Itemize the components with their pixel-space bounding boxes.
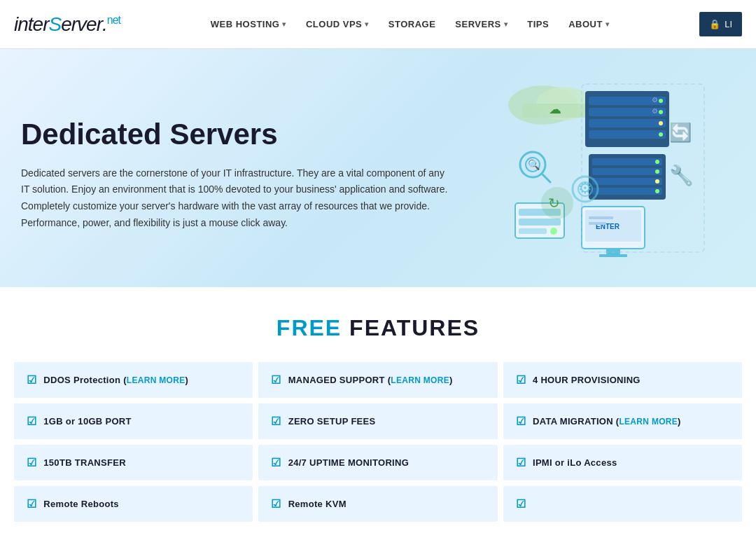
svg-rect-40 [519, 219, 561, 226]
nav-link-servers[interactable]: SERVERS ▾ [448, 13, 514, 35]
nav-link-cloudvps[interactable]: CLOUD VPS ▾ [299, 13, 376, 35]
nav-menu: WEB HOSTING ▾ CLOUD VPS ▾ STORAGE SERVER… [204, 13, 617, 35]
chevron-down-icon: ▾ [606, 20, 610, 28]
feature-remote-kvm-text: Remote KVM [288, 499, 346, 509]
svg-rect-41 [519, 228, 547, 234]
svg-text:🔄: 🔄 [669, 121, 692, 144]
svg-point-12 [659, 132, 663, 137]
feature-uptime-text: 24/7 UPTIME MONITORING [288, 457, 410, 468]
feature-remote-reboot-text: Remote Reboots [43, 499, 119, 509]
svg-line-37 [542, 174, 550, 182]
feature-port-text: 1GB or 10GB PORT [43, 416, 131, 427]
nav-item-about[interactable]: ABOUT ▾ [561, 13, 616, 35]
ddos-learn-more-link[interactable]: LEARN MORE [127, 375, 186, 385]
hero-content: Dedicated Servers Dedicated servers are … [21, 118, 449, 231]
svg-rect-8 [589, 130, 666, 139]
svg-rect-31 [589, 222, 606, 225]
svg-rect-30 [589, 216, 613, 219]
nav-item-storage[interactable]: STORAGE [382, 13, 443, 35]
feature-transfer: ☑ 150TB TRANSFER [14, 445, 253, 480]
svg-rect-16 [592, 158, 662, 165]
svg-point-21 [655, 169, 659, 174]
nav-item-servers[interactable]: SERVERS ▾ [448, 13, 514, 35]
svg-rect-18 [592, 178, 662, 185]
feature-ipmi: ☑ IPMI or iLo Access [503, 445, 742, 480]
feature-4hour-text: 4 HOUR PROVISIONING [533, 375, 640, 385]
feature-remote-reboot: ☑ Remote Reboots [14, 486, 253, 522]
features-rest-text: FEATURES [342, 315, 479, 340]
check-icon: ☑ [27, 373, 36, 387]
check-icon: ☑ [271, 456, 281, 469]
hero-title: Dedicated Servers [21, 118, 449, 151]
feature-port: ☑ 1GB or 10GB PORT [14, 403, 253, 439]
svg-point-23 [655, 189, 659, 193]
logo-server: Server [48, 13, 102, 35]
feature-ipmi-text: IPMI or iLo Access [533, 457, 617, 468]
features-grid: ☑ DDOS Protection (LEARN MORE) ☑ MANAGED… [14, 362, 742, 522]
svg-point-11 [659, 121, 663, 125]
feature-ddos-text: DDOS Protection (LEARN MORE) [43, 375, 188, 385]
svg-text:☁: ☁ [549, 102, 561, 116]
svg-point-20 [655, 160, 659, 164]
nav-label-servers: SERVERS [455, 19, 500, 29]
nav-item-webhosting[interactable]: WEB HOSTING ▾ [204, 13, 293, 35]
feature-remote-kvm: ☑ Remote KVM [258, 486, 497, 522]
svg-point-42 [550, 228, 557, 235]
feature-managed-support: ☑ MANAGED SUPPORT (LEARN MORE) [258, 362, 497, 398]
logo[interactable]: interServer.net [14, 13, 120, 36]
check-icon: ☑ [27, 415, 36, 428]
svg-text:🔧: 🔧 [669, 164, 694, 187]
svg-text:⚙: ⚙ [652, 96, 658, 104]
nav-label-storage: STORAGE [388, 19, 436, 29]
nav-item-tips[interactable]: TIPS [520, 13, 556, 35]
feature-data-migration: ☑ DATA MIGRATION (LEARN MORE) [503, 403, 742, 439]
feature-data-migration-text: DATA MIGRATION (LEARN MORE) [533, 416, 681, 427]
hero-description: Dedicated servers are the cornerstone of… [21, 165, 449, 232]
server-illustration: ☁ ⚙ ⚙ [473, 77, 711, 273]
check-icon: ☑ [27, 497, 36, 511]
hero-section: Dedicated Servers Dedicated servers are … [0, 49, 756, 287]
lock-icon: 🔒 [709, 19, 720, 29]
nav-link-storage[interactable]: STORAGE [382, 13, 443, 35]
svg-text:⚙: ⚙ [578, 179, 592, 197]
hero-image: ☁ ⚙ ⚙ [449, 77, 735, 273]
svg-rect-19 [592, 188, 662, 195]
features-free-text: FREE [276, 315, 342, 340]
svg-text:↻: ↻ [548, 195, 560, 211]
logo-inter: inter [14, 13, 48, 35]
feature-4hour: ☑ 4 HOUR PROVISIONING [503, 362, 742, 398]
feature-placeholder-text [533, 499, 536, 509]
chevron-down-icon: ▾ [365, 20, 369, 28]
check-icon: ☑ [271, 373, 281, 387]
logo-text: interServer.net [14, 13, 120, 36]
feature-zero-setup: ☑ ZERO SETUP FEES [258, 403, 497, 439]
login-label: LI [724, 19, 732, 29]
feature-managed-support-text: MANAGED SUPPORT (LEARN MORE) [288, 375, 453, 385]
svg-text:⚙: ⚙ [652, 107, 658, 115]
nav-link-webhosting[interactable]: WEB HOSTING ▾ [204, 13, 293, 35]
nav-label-webhosting: WEB HOSTING [211, 19, 280, 29]
check-icon: ☑ [271, 415, 281, 428]
feature-transfer-text: 150TB TRANSFER [43, 457, 126, 468]
login-button[interactable]: 🔒 LI [699, 12, 742, 36]
check-icon: ☑ [516, 497, 526, 511]
chevron-down-icon: ▾ [504, 20, 508, 28]
feature-zero-setup-text: ZERO SETUP FEES [288, 416, 376, 427]
svg-rect-33 [599, 254, 627, 257]
features-section: FREE FEATURES ☑ DDOS Protection (LEARN M… [0, 287, 756, 536]
data-migration-learn-more-link[interactable]: LEARN MORE [619, 417, 678, 427]
managed-support-learn-more-link[interactable]: LEARN MORE [391, 375, 449, 385]
logo-net: net [107, 13, 120, 25]
feature-uptime: ☑ 24/7 UPTIME MONITORING [258, 445, 497, 480]
nav-label-tips: TIPS [527, 19, 549, 29]
check-icon: ☑ [516, 415, 526, 428]
nav-label-cloudvps: CLOUD VPS [306, 19, 362, 29]
nav-item-cloudvps[interactable]: CLOUD VPS ▾ [299, 13, 376, 35]
nav-link-tips[interactable]: TIPS [520, 13, 556, 35]
check-icon: ☑ [516, 456, 526, 469]
feature-placeholder: ☑ [503, 486, 742, 522]
svg-rect-32 [606, 249, 620, 254]
svg-point-22 [655, 179, 659, 184]
nav-link-about[interactable]: ABOUT ▾ [561, 13, 616, 35]
svg-point-9 [659, 99, 663, 103]
